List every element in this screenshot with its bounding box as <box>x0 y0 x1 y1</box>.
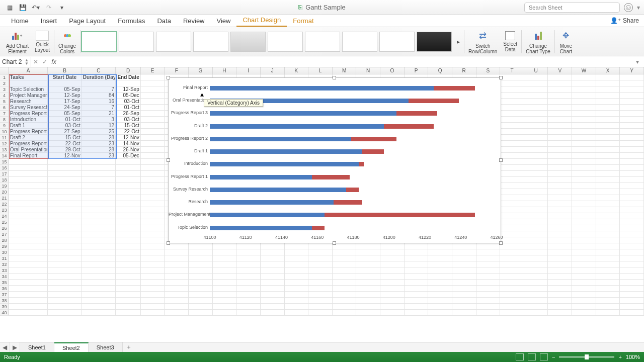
cell-E31[interactable] <box>141 255 165 261</box>
chart-object[interactable]: Final ReportOral PresentationProgress Re… <box>168 77 501 243</box>
cell-X19[interactable] <box>596 183 620 189</box>
cell-U2[interactable] <box>524 80 548 86</box>
row-header-25[interactable]: 25 <box>0 219 9 225</box>
cell-E15[interactable] <box>141 159 165 165</box>
cell-C36[interactable] <box>82 286 116 292</box>
cell-Y32[interactable] <box>620 261 644 267</box>
cell-U22[interactable] <box>524 201 548 207</box>
cell-X5[interactable] <box>596 99 620 105</box>
chart-styles-gallery[interactable]: ▸ <box>82 30 463 53</box>
cell-X33[interactable] <box>596 267 620 274</box>
col-header-P[interactable]: P <box>405 67 429 74</box>
chart-style-6[interactable] <box>268 32 303 52</box>
cell-V37[interactable] <box>548 292 572 298</box>
cell-X14[interactable] <box>596 153 620 159</box>
col-header-U[interactable]: U <box>524 67 548 74</box>
cell-E10[interactable] <box>141 129 165 135</box>
cell-B14[interactable]: 12-Nov <box>48 153 82 159</box>
row-header-17[interactable]: 17 <box>0 171 9 177</box>
cell-Q34[interactable] <box>428 274 452 280</box>
cell-H39[interactable] <box>213 304 237 310</box>
cell-J31[interactable] <box>261 255 285 261</box>
cell-C25[interactable] <box>82 219 116 225</box>
cell-D18[interactable] <box>116 177 141 183</box>
cell-C33[interactable] <box>82 267 116 274</box>
cell-U30[interactable] <box>524 249 548 255</box>
cell-X34[interactable] <box>596 274 620 280</box>
cell-T18[interactable] <box>500 177 524 183</box>
cell-U6[interactable] <box>524 105 548 111</box>
cell-K30[interactable] <box>285 249 309 255</box>
cell-C28[interactable] <box>82 237 116 243</box>
cell-W25[interactable] <box>572 219 596 225</box>
col-header-M[interactable]: M <box>333 67 357 74</box>
cell-T40[interactable] <box>500 310 524 316</box>
cell-F36[interactable] <box>165 286 189 292</box>
cell-D22[interactable] <box>116 201 141 207</box>
cell-W31[interactable] <box>572 255 596 261</box>
cell-A40[interactable] <box>9 310 48 316</box>
cell-Y37[interactable] <box>620 292 644 298</box>
cell-T21[interactable] <box>500 195 524 201</box>
cell-B1[interactable]: Start Date <box>48 74 82 80</box>
ribbon-change-chart-type[interactable]: Change Chart Type <box>523 28 553 55</box>
cell-E27[interactable] <box>141 231 165 237</box>
cell-D32[interactable] <box>116 261 141 267</box>
cell-X20[interactable] <box>596 189 620 195</box>
cell-X25[interactable] <box>596 219 620 225</box>
cell-D23[interactable] <box>116 207 141 213</box>
cell-W27[interactable] <box>572 231 596 237</box>
cell-Y1[interactable] <box>620 74 644 80</box>
chart-bar-segment[interactable] <box>351 137 396 141</box>
cell-D13[interactable]: 26-Nov <box>116 147 141 153</box>
cell-D19[interactable] <box>116 183 141 189</box>
row-header-13[interactable]: 13 <box>0 147 9 153</box>
row-header-32[interactable]: 32 <box>0 261 9 267</box>
cell-V36[interactable] <box>548 286 572 292</box>
feedback-icon[interactable]: ☺ <box>624 3 633 12</box>
cell-F32[interactable] <box>165 261 189 267</box>
cell-Y27[interactable] <box>620 231 644 237</box>
cell-C38[interactable] <box>82 298 116 304</box>
cell-Y25[interactable] <box>620 219 644 225</box>
cell-X8[interactable] <box>596 117 620 123</box>
cell-C6[interactable]: 7 <box>82 105 116 111</box>
cell-Y30[interactable] <box>620 249 644 255</box>
cell-E1[interactable] <box>141 74 165 80</box>
cell-D2[interactable] <box>116 80 141 86</box>
cell-C34[interactable] <box>82 274 116 280</box>
cell-T35[interactable] <box>500 280 524 286</box>
cell-X26[interactable] <box>596 225 620 231</box>
cell-W15[interactable] <box>572 159 596 165</box>
ribbon-move-chart[interactable]: ✥ Move Chart <box>556 28 576 55</box>
cell-B37[interactable] <box>48 292 82 298</box>
cell-V28[interactable] <box>548 237 572 243</box>
cell-C8[interactable]: 3 <box>82 117 116 123</box>
cell-Y6[interactable] <box>620 105 644 111</box>
cell-U9[interactable] <box>524 123 548 129</box>
cell-I30[interactable] <box>236 249 261 255</box>
cell-W3[interactable] <box>572 86 596 93</box>
cell-E2[interactable] <box>141 80 165 86</box>
cell-E16[interactable] <box>141 165 165 171</box>
cell-N32[interactable] <box>356 261 380 267</box>
cell-I34[interactable] <box>236 274 261 280</box>
cell-W35[interactable] <box>572 280 596 286</box>
cell-L29[interactable] <box>308 243 333 249</box>
cell-X24[interactable] <box>596 213 620 219</box>
row-header-2[interactable]: 2 <box>0 80 9 86</box>
cell-W13[interactable] <box>572 147 596 153</box>
cell-G30[interactable] <box>189 249 213 255</box>
cell-C37[interactable] <box>82 292 116 298</box>
cell-Q29[interactable] <box>428 243 452 249</box>
cell-O39[interactable] <box>380 304 405 310</box>
cell-D4[interactable]: 05-Dec <box>116 93 141 99</box>
cell-N37[interactable] <box>356 292 380 298</box>
chart-bar-segment[interactable] <box>210 137 351 141</box>
formula-input[interactable] <box>58 56 634 67</box>
cell-H37[interactable] <box>213 292 237 298</box>
cell-U28[interactable] <box>524 237 548 243</box>
cell-R37[interactable] <box>452 292 476 298</box>
chart-bar-segment[interactable] <box>359 162 364 166</box>
cell-C13[interactable]: 28 <box>82 147 116 153</box>
